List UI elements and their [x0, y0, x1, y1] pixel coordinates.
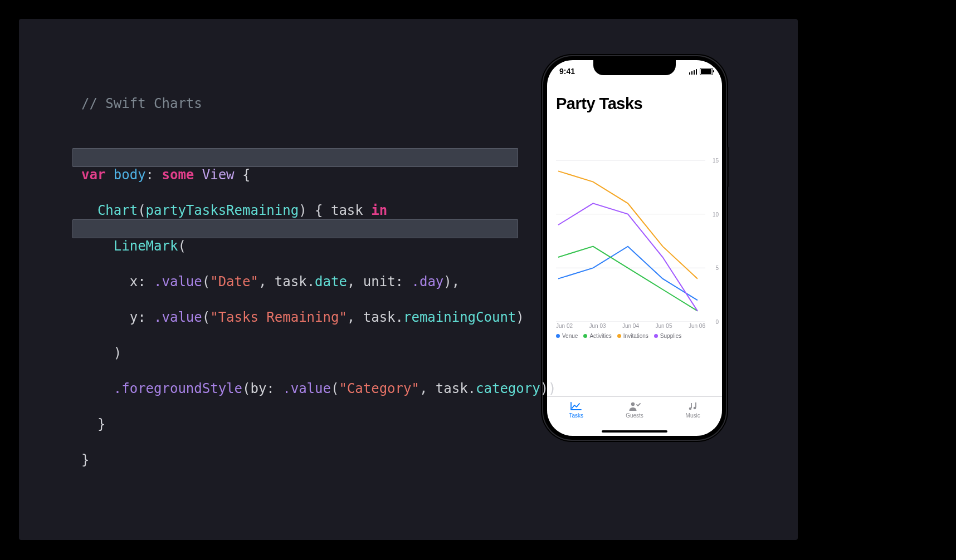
code-punct: ), — [443, 274, 460, 289]
code-punct: { — [242, 167, 250, 183]
code-punct: , — [347, 274, 355, 289]
code-punct: ( — [242, 381, 250, 396]
code-arg-y: y: — [130, 310, 146, 325]
code-kw-var: var — [81, 167, 105, 183]
code-punct: ) — [299, 203, 306, 218]
code-punct: , — [258, 274, 266, 289]
code-comment: // Swift Charts — [81, 96, 202, 111]
code-method-value: .value — [154, 274, 202, 289]
code-punct: ( — [331, 381, 339, 396]
code-arg-by: by: — [250, 381, 274, 396]
code-punct: : — [146, 167, 154, 183]
code-arg-party: partyTasksRemaining — [146, 203, 299, 218]
code-punct: } — [81, 452, 89, 468]
code-punct: ) — [114, 345, 121, 361]
code-call-chart: Chart — [97, 203, 138, 218]
code-prop-remaining: remainingCount — [403, 310, 516, 325]
slide-stage: // Swift Charts var body: some View { Ch… — [19, 19, 798, 540]
code-call-linemark: LineMark — [114, 238, 178, 254]
code-punct: ( — [202, 274, 210, 289]
code-punct: . — [468, 381, 476, 396]
code-method-value: .value — [282, 381, 331, 396]
code-punct: . — [307, 274, 315, 289]
code-punct: ( — [202, 310, 210, 325]
code-method-fgs: .foregroundStyle — [114, 381, 242, 396]
code-prop-date: date — [315, 274, 347, 289]
signal-icon — [689, 69, 698, 75]
code-punct: ( — [138, 203, 145, 218]
code-kw-some: some — [162, 167, 194, 183]
code-ident-body: body — [114, 167, 146, 183]
code-kw-in: in — [371, 203, 387, 218]
code-punct: . — [396, 310, 403, 325]
code-task-rc: task — [363, 310, 396, 325]
code-task-date: task — [275, 274, 307, 289]
code-str-tasks: "Tasks Remaining" — [210, 310, 347, 325]
phone-notch — [593, 60, 676, 75]
battery-icon — [700, 68, 713, 75]
code-punct: , — [420, 381, 427, 396]
code-arg-x: x: — [130, 274, 146, 289]
code-block: // Swift Charts var body: some View { Ch… — [79, 77, 858, 504]
code-method-value: .value — [154, 310, 202, 325]
code-punct: , — [347, 310, 355, 325]
status-icons — [689, 68, 714, 75]
code-arg-unit: unit: — [363, 274, 403, 289]
code-str-cat: "Category" — [339, 381, 420, 396]
code-task-cat: task — [436, 381, 468, 396]
code-punct: ( — [178, 238, 186, 254]
code-str-date: "Date" — [210, 274, 258, 289]
code-punct: } — [97, 416, 105, 432]
status-time: 9:41 — [559, 67, 575, 76]
code-prop-category: category — [476, 381, 540, 396]
code-type-view: View — [202, 167, 235, 183]
code-punct: { — [315, 203, 323, 218]
code-ident-task: task — [331, 203, 363, 218]
code-punct: )) — [540, 381, 557, 396]
code-punct: ) — [516, 310, 524, 325]
code-enum-day: .day — [411, 274, 443, 289]
